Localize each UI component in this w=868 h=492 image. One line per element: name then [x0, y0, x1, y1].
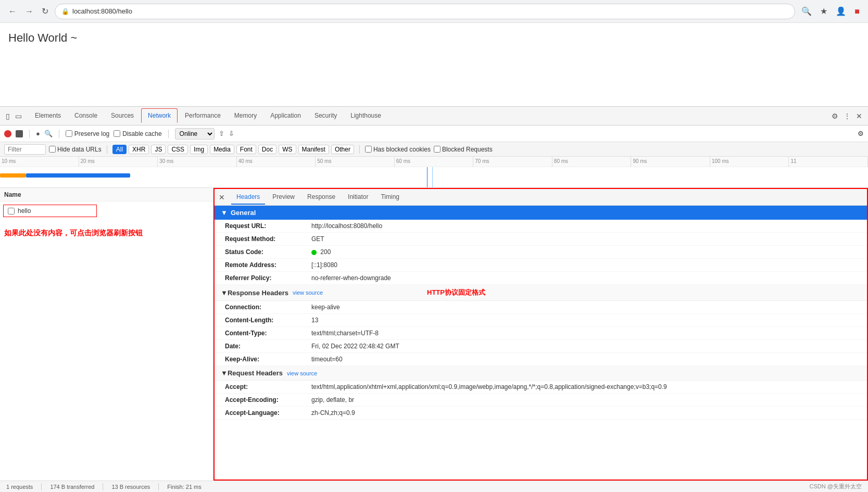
inspect-icon[interactable]: ▯ — [4, 110, 11, 122]
download-icon[interactable]: ⇩ — [229, 130, 234, 137]
response-headers-section-header[interactable]: ▼ Response Headers view source HTTP协议固定格… — [215, 285, 867, 301]
filter-js[interactable]: JS — [151, 145, 166, 154]
address-bar: 🔒 localhost:8080/hello — [55, 4, 795, 19]
lock-icon: 🔒 — [61, 8, 69, 15]
rp-tab-preview[interactable]: Preview — [267, 190, 300, 205]
general-title: General — [231, 209, 256, 217]
tab-lighthouse[interactable]: Lighthouse — [344, 109, 387, 123]
request-headers-view-source[interactable]: view source — [287, 370, 317, 376]
disable-cache-checkbox[interactable] — [114, 130, 120, 137]
close-icon[interactable]: ✕ — [854, 110, 864, 122]
filter-input[interactable] — [4, 144, 46, 155]
toolbar-separator-2 — [59, 130, 59, 138]
content-type-row: Content-Type: text/html;charset=UTF-8 — [215, 327, 867, 340]
more-icon[interactable]: ⋮ — [842, 110, 852, 122]
forward-button[interactable]: → — [23, 5, 35, 18]
rp-tab-headers[interactable]: Headers — [231, 190, 265, 205]
col-header-name: Name — [0, 188, 213, 201]
filter-css[interactable]: CSS — [168, 145, 188, 154]
filter-img[interactable]: Img — [190, 145, 208, 154]
tab-sources[interactable]: Sources — [105, 109, 140, 123]
mark-30ms: 30 ms — [158, 157, 237, 167]
timeline-area: 10 ms 20 ms 30 ms 40 ms 50 ms 60 ms 70 m… — [0, 157, 868, 188]
filter-doc[interactable]: Doc — [258, 145, 276, 154]
accept-encoding-row: Accept-Encoding: gzip, deflate, br — [215, 394, 867, 407]
timeline-bar-blue — [26, 173, 130, 178]
tab-memory[interactable]: Memory — [228, 109, 263, 123]
tab-security[interactable]: Security — [308, 109, 343, 123]
timeline-vline-blue — [427, 167, 427, 188]
hello-row-checkbox[interactable] — [8, 208, 15, 215]
blocked-requests-checkbox[interactable] — [434, 146, 441, 153]
hide-data-urls-checkbox[interactable] — [49, 146, 56, 153]
filter-all[interactable]: All — [112, 145, 127, 154]
tab-network[interactable]: Network — [141, 108, 178, 123]
filter-media[interactable]: Media — [210, 145, 234, 154]
mark-100ms: 100 ms — [710, 157, 789, 167]
stop-button[interactable] — [16, 130, 23, 137]
rp-tab-initiator[interactable]: Initiator — [343, 190, 373, 205]
upload-icon[interactable]: ⇧ — [219, 130, 224, 137]
settings-icon-right[interactable]: ⚙ — [858, 130, 864, 137]
accept-row: Accept: text/html,application/xhtml+xml,… — [215, 381, 867, 394]
filter-manifest[interactable]: Manifest — [298, 145, 329, 154]
request-headers-section-header[interactable]: ▼ Request Headers view source — [215, 366, 867, 381]
devtools-left-icons: ▯ ▭ — [4, 110, 23, 122]
rp-close-button[interactable]: ✕ — [219, 193, 225, 201]
status-requests: 1 requests — [6, 484, 33, 490]
record-button[interactable] — [4, 130, 11, 137]
devtools-tabs: ▯ ▭ Elements Console Sources Network Per… — [0, 107, 868, 125]
zoom-icon[interactable]: 🔍 — [799, 4, 814, 18]
rp-tabs: ✕ Headers Preview Response Initiator Tim… — [215, 189, 867, 206]
disable-cache-label[interactable]: Disable cache — [114, 130, 161, 137]
network-throttle-select[interactable]: Online Fast 3G Slow 3G Offline — [175, 128, 215, 140]
connection-row: Connection: keep-alive — [215, 301, 867, 314]
status-transferred: 174 B transferred — [50, 484, 94, 490]
left-panel: Name hello 如果此处没有内容，可点击浏览器刷新按钮 — [0, 188, 213, 481]
rp-tab-timing[interactable]: Timing — [375, 190, 405, 205]
general-arrow-icon: ▼ — [221, 209, 228, 217]
tab-application[interactable]: Application — [264, 109, 307, 123]
preserve-log-label[interactable]: Preserve log — [66, 130, 109, 137]
star-icon[interactable]: ★ — [818, 4, 829, 18]
address-text[interactable]: localhost:8080/hello — [72, 7, 132, 15]
device-icon[interactable]: ▭ — [14, 110, 23, 122]
devtools: ▯ ▭ Elements Console Sources Network Per… — [0, 106, 868, 492]
back-button[interactable]: ← — [6, 5, 19, 18]
hide-data-urls-label[interactable]: Hide data URLs — [49, 146, 102, 153]
timeline-bar-area — [0, 167, 868, 188]
filter-ws[interactable]: WS — [279, 145, 296, 154]
filter-sep — [107, 145, 107, 154]
preserve-log-checkbox[interactable] — [66, 130, 72, 137]
general-section-header[interactable]: ▼ General — [215, 206, 867, 220]
extension-icon[interactable]: ■ — [852, 5, 862, 18]
general-section-body: Request URL: http://localhost:8080/hello… — [215, 220, 867, 285]
tab-performance[interactable]: Performance — [179, 109, 227, 123]
refresh-button[interactable]: ↻ — [40, 4, 51, 18]
rp-tab-response[interactable]: Response — [302, 190, 341, 205]
request-headers-title: Request Headers — [228, 369, 283, 377]
filter-font[interactable]: Font — [236, 145, 256, 154]
filter-other[interactable]: Other — [331, 145, 354, 154]
settings-icon[interactable]: ⚙ — [830, 110, 840, 122]
response-headers-view-source[interactable]: view source — [293, 289, 323, 296]
mark-60ms: 60 ms — [395, 157, 474, 167]
browser-bar: ← → ↻ 🔒 localhost:8080/hello 🔍 ★ 👤 ■ — [0, 0, 868, 23]
page-content: Hello World ~ — [0, 23, 868, 106]
tab-console[interactable]: Console — [68, 109, 104, 123]
status-sep2 — [103, 483, 103, 490]
blocked-requests-label[interactable]: Blocked Requests — [434, 146, 493, 153]
has-blocked-cookies-checkbox[interactable] — [365, 146, 372, 153]
has-blocked-cookies-label[interactable]: Has blocked cookies — [365, 146, 431, 153]
network-row-hello[interactable]: hello — [3, 205, 97, 217]
mark-70ms: 70 ms — [473, 157, 552, 167]
filter-xhr[interactable]: XHR — [129, 145, 149, 154]
search-icon[interactable]: 🔍 — [44, 130, 53, 137]
filter-icon[interactable]: ● — [36, 130, 40, 137]
tab-elements[interactable]: Elements — [29, 109, 67, 123]
request-url-row: Request URL: http://localhost:8080/hello — [215, 220, 867, 233]
right-panel: ✕ Headers Preview Response Initiator Tim… — [213, 188, 868, 481]
mark-20ms: 20 ms — [79, 157, 158, 167]
mark-40ms: 40 ms — [237, 157, 316, 167]
profile-icon[interactable]: 👤 — [834, 4, 848, 18]
